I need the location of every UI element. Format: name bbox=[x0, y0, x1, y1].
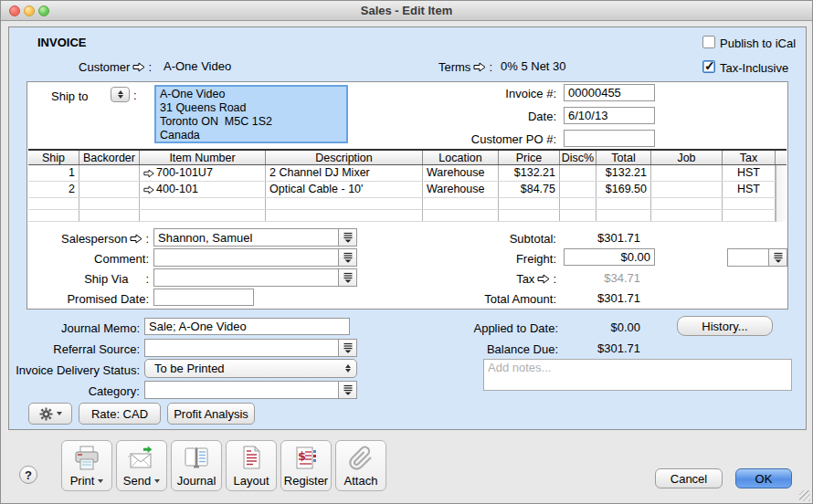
invoice-number-input[interactable] bbox=[564, 84, 655, 101]
address-line: A-One Video bbox=[160, 88, 343, 101]
zoom-arrow-icon[interactable] bbox=[130, 234, 143, 244]
col-header-price[interactable]: Price bbox=[499, 151, 560, 164]
tax-label: Tax : bbox=[439, 271, 556, 287]
cell-ship[interactable]: 1 bbox=[28, 165, 79, 181]
zoom-arrow-icon[interactable] bbox=[537, 274, 550, 284]
col-header-ship[interactable]: Ship bbox=[28, 151, 79, 164]
help-button[interactable]: ? bbox=[19, 466, 37, 484]
send-button[interactable]: Send bbox=[116, 440, 167, 491]
zoom-arrow-icon[interactable] bbox=[132, 62, 145, 72]
address-line: 31 Queens Road bbox=[160, 101, 343, 115]
referral-source-dropdown-button[interactable] bbox=[338, 339, 357, 357]
send-icon bbox=[127, 446, 156, 471]
col-header-tax[interactable]: Tax bbox=[723, 151, 776, 164]
cell-job[interactable] bbox=[651, 165, 723, 181]
stepper-down-icon bbox=[118, 95, 123, 99]
ship-to-stepper[interactable] bbox=[111, 87, 130, 102]
cell-description[interactable]: Optical Cable - 10' bbox=[266, 182, 423, 197]
customer-value: A-One Video bbox=[164, 59, 231, 73]
gear-menu-button[interactable] bbox=[28, 403, 72, 425]
comment-combo bbox=[153, 248, 357, 267]
cell-total[interactable]: $169.50 bbox=[597, 182, 651, 197]
zoom-arrow-icon[interactable] bbox=[143, 185, 154, 194]
salesperson-dropdown-button[interactable] bbox=[338, 228, 357, 247]
col-header-location[interactable]: Location bbox=[423, 151, 499, 164]
cell-tax[interactable]: HST bbox=[723, 165, 776, 181]
cell-ship[interactable]: 2 bbox=[28, 182, 79, 197]
tax-inclusive-checkbox[interactable] bbox=[702, 60, 715, 73]
attach-button[interactable]: Attach bbox=[335, 440, 386, 491]
journal-button[interactable]: Journal bbox=[171, 440, 222, 491]
promised-date-input[interactable] bbox=[153, 289, 254, 306]
col-header-backorder[interactable]: Backorder bbox=[79, 151, 140, 164]
ship-to-label: Ship to bbox=[51, 89, 106, 104]
delivery-status-popup[interactable]: To be Printed bbox=[144, 359, 357, 378]
freight-tax-input[interactable] bbox=[727, 248, 769, 267]
profit-analysis-button[interactable]: Profit Analysis bbox=[167, 403, 255, 425]
col-header-description[interactable]: Description bbox=[266, 151, 423, 164]
table-scrollbar[interactable] bbox=[776, 165, 787, 222]
address-line: Canada bbox=[160, 129, 343, 142]
col-header-total[interactable]: Total bbox=[597, 151, 651, 164]
freight-label: Freight: bbox=[439, 251, 556, 267]
cell-tax[interactable]: HST bbox=[723, 182, 776, 197]
customer-po-input[interactable] bbox=[564, 130, 655, 147]
category-input[interactable] bbox=[144, 381, 339, 399]
cell-item-number[interactable]: 400-101 bbox=[140, 182, 266, 197]
list-dropdown-icon bbox=[343, 252, 354, 263]
col-header-disc[interactable]: Disc% bbox=[560, 151, 597, 164]
zoom-arrow-icon[interactable] bbox=[473, 62, 486, 72]
cell-total[interactable]: $132.21 bbox=[597, 165, 651, 181]
category-dropdown-button[interactable] bbox=[338, 381, 357, 399]
cancel-button[interactable]: Cancel bbox=[655, 468, 723, 488]
salesperson-input[interactable] bbox=[153, 228, 339, 247]
rate-button[interactable]: Rate: CAD bbox=[79, 403, 161, 425]
journal-memo-input[interactable] bbox=[144, 318, 350, 335]
tax-inclusive-label: Tax-Inclusive bbox=[720, 61, 788, 75]
svg-text:$: $ bbox=[298, 449, 306, 463]
comment-dropdown-button[interactable] bbox=[338, 248, 357, 267]
cell-job[interactable] bbox=[651, 182, 723, 197]
cell-disc[interactable] bbox=[560, 182, 597, 197]
date-label: Date: bbox=[439, 109, 556, 124]
list-dropdown-icon bbox=[343, 384, 354, 395]
cell-disc[interactable] bbox=[560, 165, 597, 181]
print-button[interactable]: Print bbox=[61, 440, 112, 491]
register-button[interactable]: $ Register bbox=[280, 440, 332, 491]
col-header-item-number[interactable]: Item Number bbox=[140, 151, 266, 164]
comment-label: Comment: bbox=[28, 251, 149, 267]
comment-input[interactable] bbox=[153, 248, 339, 267]
list-dropdown-icon bbox=[773, 252, 784, 263]
referral-source-input[interactable] bbox=[144, 339, 339, 357]
ship-via-dropdown-button[interactable] bbox=[338, 268, 357, 287]
zoom-arrow-icon[interactable] bbox=[143, 169, 154, 178]
resize-grip[interactable] bbox=[799, 490, 810, 501]
ok-button[interactable]: OK bbox=[735, 468, 792, 488]
table-row-empty[interactable] bbox=[28, 198, 787, 210]
table-row-empty[interactable] bbox=[28, 210, 787, 222]
cell-price[interactable]: $84.75 bbox=[499, 182, 560, 197]
freight-tax-dropdown-button[interactable] bbox=[768, 248, 787, 267]
ship-to-address[interactable]: A-One Video 31 Queens Road Toronto ON M5… bbox=[154, 85, 348, 143]
cell-backorder[interactable] bbox=[79, 165, 140, 181]
notes-textarea[interactable] bbox=[483, 359, 792, 391]
cell-location[interactable]: Warehouse bbox=[423, 182, 499, 197]
table-row[interactable]: 2 400-101 Optical Cable - 10' Warehouse … bbox=[28, 182, 787, 198]
ship-via-input[interactable] bbox=[153, 268, 339, 287]
cell-description[interactable]: 2 Channel DJ Mixer bbox=[266, 165, 423, 181]
col-header-job[interactable]: Job bbox=[651, 151, 723, 164]
delivery-status-label: Invoice Delivery Status: bbox=[14, 362, 140, 378]
date-input[interactable] bbox=[564, 107, 655, 124]
cell-location[interactable]: Warehouse bbox=[423, 165, 499, 181]
freight-input[interactable] bbox=[564, 248, 655, 266]
cell-item-number[interactable]: 700-101U7 bbox=[140, 165, 266, 181]
attach-icon bbox=[348, 446, 374, 471]
table-row[interactable]: 1 700-101U7 2 Channel DJ Mixer Warehouse… bbox=[28, 165, 787, 182]
title-bar[interactable]: Sales - Edit Item bbox=[1, 1, 812, 21]
publish-ical-checkbox[interactable] bbox=[702, 36, 715, 48]
cell-price[interactable]: $132.21 bbox=[499, 165, 560, 181]
history-button[interactable]: History... bbox=[677, 316, 773, 336]
layout-button[interactable]: Layout bbox=[226, 440, 277, 491]
cell-backorder[interactable] bbox=[79, 182, 140, 197]
balance-due-label: Balance Due: bbox=[449, 341, 558, 357]
